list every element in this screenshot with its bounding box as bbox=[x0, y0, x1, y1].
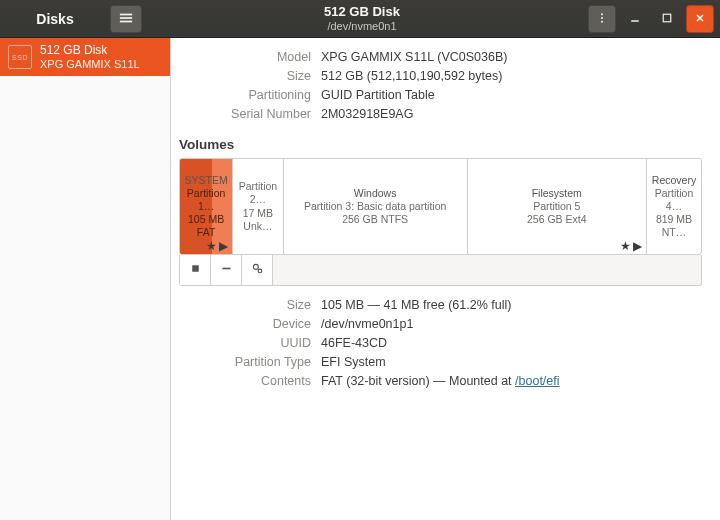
play-icon: ▶ bbox=[633, 240, 642, 252]
partition-strip: SYSTEMPartition 1…105 MB FAT★▶Partition … bbox=[179, 158, 702, 255]
svg-rect-6 bbox=[631, 20, 639, 22]
value-ptype: EFI System bbox=[321, 355, 702, 369]
label-size: Size bbox=[171, 69, 311, 83]
svg-rect-7 bbox=[663, 14, 671, 22]
unmount-button[interactable] bbox=[180, 255, 211, 285]
window-controls bbox=[582, 0, 720, 38]
gears-icon bbox=[251, 262, 264, 278]
hamburger-icon bbox=[119, 11, 133, 28]
partition-block[interactable]: FilesystemPartition 5256 GB Ext4★▶ bbox=[468, 159, 647, 254]
delete-partition-button[interactable] bbox=[211, 255, 242, 285]
play-icon: ▶ bbox=[219, 240, 228, 252]
device-model: XPG GAMMIX S11L bbox=[40, 58, 140, 71]
value-vdevice: /dev/nvme0n1p1 bbox=[321, 317, 702, 331]
partition-label: Partition 2…17 MB Unk… bbox=[237, 180, 278, 233]
main-panel: Model XPG GAMMIX S11L (VC0S036B) Size 51… bbox=[171, 38, 720, 520]
partition-label: FilesystemPartition 5256 GB Ext4 bbox=[527, 187, 587, 226]
close-icon bbox=[694, 12, 706, 27]
value-contents: FAT (32-bit version) — Mounted at /boot/… bbox=[321, 374, 702, 388]
svg-rect-2 bbox=[120, 20, 132, 22]
value-partitioning: GUID Partition Table bbox=[321, 88, 702, 102]
partition-label: SYSTEMPartition 1…105 MB FAT bbox=[184, 174, 228, 240]
label-partitioning: Partitioning bbox=[171, 88, 311, 102]
stop-icon bbox=[189, 262, 202, 278]
device-list-sidebar: SSD 512 GB Disk XPG GAMMIX S11L bbox=[0, 38, 171, 520]
svg-point-10 bbox=[253, 264, 258, 269]
svg-rect-9 bbox=[222, 268, 230, 270]
value-size: 512 GB (512,110,190,592 bytes) bbox=[321, 69, 702, 83]
device-list-item[interactable]: SSD 512 GB Disk XPG GAMMIX S11L bbox=[0, 38, 170, 76]
partition-toolbar bbox=[179, 255, 702, 286]
drive-info-grid: Model XPG GAMMIX S11L (VC0S036B) Size 51… bbox=[171, 50, 702, 121]
partition-block[interactable]: RecoveryPartition 4…819 MB NT… bbox=[647, 159, 701, 254]
value-vsize: 105 MB — 41 MB free (61.2% full) bbox=[321, 298, 702, 312]
partition-options-button[interactable] bbox=[242, 255, 273, 285]
volume-details-grid: Size 105 MB — 41 MB free (61.2% full) De… bbox=[171, 298, 702, 388]
disk-device-path: /dev/nvme0n1 bbox=[327, 20, 396, 33]
app-title: Disks bbox=[0, 0, 110, 38]
partition-block[interactable]: SYSTEMPartition 1…105 MB FAT★▶ bbox=[180, 159, 233, 254]
label-vdevice: Device bbox=[171, 317, 311, 331]
value-serial: 2M032918E9AG bbox=[321, 107, 702, 121]
maximize-icon bbox=[661, 12, 673, 27]
svg-rect-1 bbox=[120, 17, 132, 19]
gnome-disks-window: Disks 512 GB Disk /dev/nvme0n1 bbox=[0, 0, 720, 520]
svg-point-3 bbox=[601, 13, 603, 15]
svg-point-5 bbox=[601, 20, 603, 22]
label-ptype: Partition Type bbox=[171, 355, 311, 369]
label-vsize: Size bbox=[171, 298, 311, 312]
device-name: 512 GB Disk bbox=[40, 44, 140, 58]
star-icon: ★ bbox=[620, 240, 631, 252]
label-serial: Serial Number bbox=[171, 107, 311, 121]
svg-point-11 bbox=[258, 269, 262, 273]
value-model: XPG GAMMIX S11L (VC0S036B) bbox=[321, 50, 702, 64]
minus-icon bbox=[220, 262, 233, 278]
label-model: Model bbox=[171, 50, 311, 64]
headerbar: Disks 512 GB Disk /dev/nvme0n1 bbox=[0, 0, 720, 38]
mount-point-link[interactable]: /boot/efi bbox=[515, 374, 559, 388]
volumes-heading: Volumes bbox=[179, 137, 702, 152]
contents-prefix: FAT (32-bit version) — Mounted at bbox=[321, 374, 515, 388]
partition-indicators: ★▶ bbox=[206, 240, 228, 252]
partition-label: RecoveryPartition 4…819 MB NT… bbox=[651, 174, 697, 240]
partition-block[interactable]: WindowsPartition 3: Basic data partition… bbox=[284, 159, 468, 254]
value-vuuid: 46FE-43CD bbox=[321, 336, 702, 350]
ssd-icon: SSD bbox=[8, 45, 32, 69]
close-button[interactable] bbox=[686, 5, 714, 33]
maximize-button[interactable] bbox=[654, 6, 680, 32]
headerbar-title: 512 GB Disk /dev/nvme0n1 bbox=[142, 0, 582, 38]
star-icon: ★ bbox=[206, 240, 217, 252]
minimize-button[interactable] bbox=[622, 6, 648, 32]
label-contents: Contents bbox=[171, 374, 311, 388]
minimize-icon bbox=[629, 12, 641, 27]
device-list-item-text: 512 GB Disk XPG GAMMIX S11L bbox=[40, 44, 140, 70]
kebab-icon bbox=[596, 12, 608, 27]
body: SSD 512 GB Disk XPG GAMMIX S11L Model XP… bbox=[0, 38, 720, 520]
svg-rect-8 bbox=[192, 265, 199, 272]
svg-point-4 bbox=[601, 16, 603, 18]
partition-indicators: ★▶ bbox=[620, 240, 642, 252]
partition-label: WindowsPartition 3: Basic data partition… bbox=[304, 187, 446, 226]
disk-title: 512 GB Disk bbox=[324, 5, 400, 20]
label-vuuid: UUID bbox=[171, 336, 311, 350]
partition-block[interactable]: Partition 2…17 MB Unk… bbox=[233, 159, 283, 254]
svg-rect-0 bbox=[120, 13, 132, 15]
drive-options-button[interactable] bbox=[588, 5, 616, 33]
app-menu-button[interactable] bbox=[110, 5, 142, 33]
